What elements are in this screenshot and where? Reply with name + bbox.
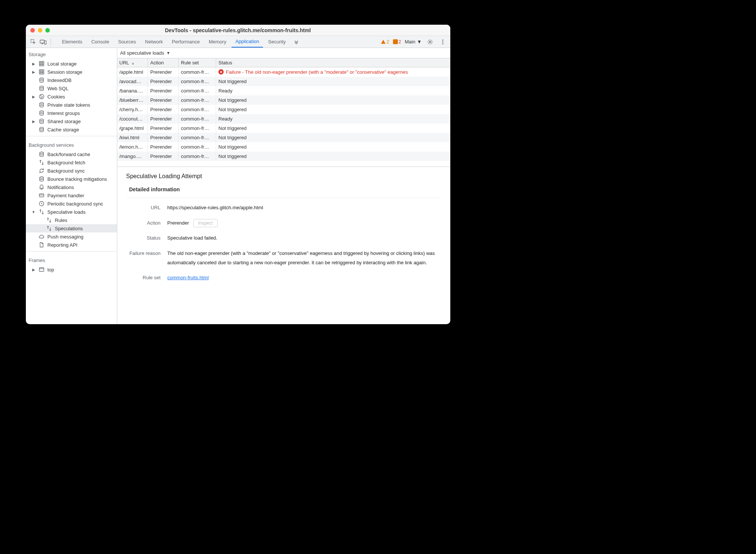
table-row[interactable]: /grape.htmlPrerendercommon-fr…Not trigge…: [117, 124, 450, 133]
sidebar-item-speculations[interactable]: ▶Speculations: [26, 224, 117, 232]
inspect-element-icon[interactable]: [29, 37, 38, 46]
sidebar-item-indexeddb[interactable]: ▶IndexedDB: [26, 76, 117, 84]
column-header-status[interactable]: Status: [216, 58, 450, 67]
more-tabs-icon[interactable]: [292, 37, 301, 46]
sidebar-item-label: Private state tokens: [48, 102, 90, 108]
sidebar-item-payment-handler[interactable]: ▶Payment handler: [26, 191, 117, 200]
expand-arrow-icon[interactable]: ▶: [32, 70, 36, 74]
column-header-url[interactable]: URL▲: [117, 58, 148, 67]
sidebar-item-background-fetch[interactable]: ▶Background fetch: [26, 158, 117, 167]
right-panel: All speculative loads ▼ URL▲ActionRule s…: [117, 48, 450, 324]
inspect-button[interactable]: Inspect: [193, 219, 218, 227]
title-bar: DevTools - speculative-rules.glitch.me/c…: [26, 25, 450, 36]
settings-icon[interactable]: [426, 37, 435, 46]
minimize-window-button[interactable]: [38, 28, 42, 33]
filter-bar[interactable]: All speculative loads ▼: [117, 48, 450, 58]
sidebar-item-cookies[interactable]: ▶Cookies: [26, 92, 117, 101]
sidebar-item-interest-groups[interactable]: ▶Interest groups: [26, 109, 117, 117]
chevron-down-icon: ▼: [166, 51, 170, 55]
svg-point-21: [40, 177, 43, 178]
devtools-window: DevTools - speculative-rules.glitch.me/c…: [26, 25, 450, 324]
tab-memory[interactable]: Memory: [205, 36, 230, 48]
errors-count: 2: [399, 39, 401, 45]
expand-arrow-icon[interactable]: ▶: [32, 95, 36, 99]
expand-arrow-icon[interactable]: ▼: [32, 210, 36, 214]
table-cell: /blueberr…: [117, 95, 148, 105]
table-cell: common-fr…: [179, 105, 216, 114]
sidebar-item-periodic-background-sync[interactable]: ▶Periodic background sync: [26, 200, 117, 208]
sidebar-item-speculative-loads[interactable]: ▼Speculative loads: [26, 208, 117, 216]
sidebar-item-background-sync[interactable]: ▶Background sync: [26, 167, 117, 175]
db-icon: [39, 110, 45, 116]
table-row[interactable]: /lemon.h…Prerendercommon-fr…Not triggere…: [117, 142, 450, 152]
table-row[interactable]: /apple.htmlPrerendercommon-fr…✕Failure -…: [117, 67, 450, 77]
sidebar-item-label: Shared storage: [48, 119, 81, 124]
table-row[interactable]: /coconut…Prerendercommon-fr…Ready: [117, 114, 450, 124]
expand-arrow-icon[interactable]: ▶: [32, 268, 36, 272]
sidebar-item-label: Speculations: [55, 226, 83, 231]
tab-security[interactable]: Security: [264, 36, 290, 48]
tab-performance[interactable]: Performance: [168, 36, 203, 48]
detail-action-label: Action: [126, 219, 167, 228]
tab-sources[interactable]: Sources: [114, 36, 140, 48]
detail-ruleset-label: Rule set: [126, 273, 167, 283]
table-row[interactable]: /banana.…Prerendercommon-fr…Ready: [117, 86, 450, 95]
sidebar-item-reporting-api[interactable]: ▶Reporting API: [26, 241, 117, 249]
zoom-window-button[interactable]: [45, 28, 50, 33]
table-row[interactable]: /mango.…Prerendercommon-fr…Not triggered: [117, 152, 450, 161]
sidebar-section-frames: Frames: [26, 254, 117, 265]
table-cell: Prerender: [148, 95, 179, 105]
table-cell: Prerender: [148, 67, 179, 77]
table-row[interactable]: /cherry.h…Prerendercommon-fr…Not trigger…: [117, 105, 450, 114]
arrows-icon: [39, 209, 45, 215]
ruleset-link[interactable]: common-fruits.html: [167, 275, 209, 280]
sidebar-item-label: Interest groups: [48, 110, 80, 116]
divider: [26, 251, 117, 252]
detail-reason-value: The old non-eager prerender (with a "mod…: [167, 249, 441, 267]
sidebar-item-private-state-tokens[interactable]: ▶Private state tokens: [26, 101, 117, 109]
db-icon: [39, 85, 45, 91]
sidebar-item-push-messaging[interactable]: ▶Push messaging: [26, 232, 117, 241]
table-row[interactable]: /blueberr…Prerendercommon-fr…Not trigger…: [117, 95, 450, 105]
table-cell: Prerender: [148, 133, 179, 142]
kebab-menu-icon[interactable]: [438, 37, 447, 46]
sidebar-item-back-forward-cache[interactable]: ▶Back/forward cache: [26, 150, 117, 158]
sidebar-item-top[interactable]: ▶top: [26, 265, 117, 274]
sidebar-item-session-storage[interactable]: ▶Session storage: [26, 68, 117, 76]
sidebar-item-bounce-tracking-mitigations[interactable]: ▶Bounce tracking mitigations: [26, 175, 117, 183]
svg-point-15: [41, 97, 42, 98]
filter-label: All speculative loads: [120, 50, 164, 56]
arrows-icon: [46, 225, 52, 231]
table-cell: /avocad…: [117, 77, 148, 86]
sidebar-item-shared-storage[interactable]: ▶Shared storage: [26, 117, 117, 125]
sidebar-item-notifications[interactable]: ▶Notifications: [26, 183, 117, 191]
sidebar-item-local-storage[interactable]: ▶Local storage: [26, 60, 117, 68]
tab-application[interactable]: Application: [232, 36, 263, 48]
status-cell: Ready: [216, 86, 450, 95]
frame-selector[interactable]: Main ▼: [405, 39, 421, 45]
errors-badge[interactable]: 2: [393, 39, 401, 45]
sidebar: Storage ▶Local storage▶Session storage▶I…: [26, 48, 117, 324]
column-header-action[interactable]: Action: [148, 58, 179, 67]
table-cell: /apple.html: [117, 67, 148, 77]
table-cell: common-fr…: [179, 152, 216, 161]
error-icon: ✕: [218, 69, 224, 74]
expand-arrow-icon[interactable]: ▶: [32, 119, 36, 124]
table-row[interactable]: /kiwi.htmlPrerendercommon-fr…Not trigger…: [117, 133, 450, 142]
grid-icon: [39, 61, 45, 67]
tab-elements[interactable]: Elements: [58, 36, 86, 48]
sidebar-item-web-sql[interactable]: ▶Web SQL: [26, 84, 117, 92]
column-header-rule-set[interactable]: Rule set: [179, 58, 216, 67]
tab-network[interactable]: Network: [141, 36, 167, 48]
table-cell: common-fr…: [179, 86, 216, 95]
table-row[interactable]: /avocad…Prerendercommon-fr…Not triggered: [117, 77, 450, 86]
tab-console[interactable]: Console: [88, 36, 113, 48]
db-icon: [39, 176, 45, 182]
sidebar-item-cache-storage[interactable]: ▶Cache storage: [26, 125, 117, 134]
warnings-badge[interactable]: 2: [381, 39, 389, 45]
sidebar-item-rules[interactable]: ▶Rules: [26, 216, 117, 224]
sidebar-item-label: Push messaging: [48, 234, 84, 240]
device-toggle-icon[interactable]: [39, 37, 48, 46]
expand-arrow-icon[interactable]: ▶: [32, 62, 36, 66]
close-window-button[interactable]: [30, 28, 35, 33]
